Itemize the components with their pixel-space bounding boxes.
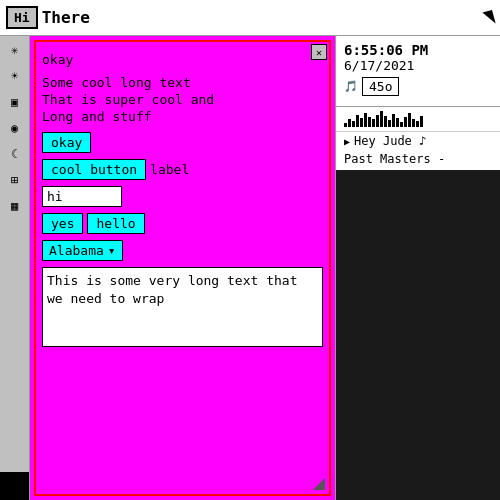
- sidebar-icon-square[interactable]: ▣: [5, 92, 25, 112]
- yes-button[interactable]: yes: [42, 213, 83, 234]
- cursor-icon: [482, 9, 495, 25]
- title-bar: Hi There: [0, 0, 500, 36]
- dialog-text-okay: okay: [42, 52, 323, 69]
- album-info: Past Masters -: [336, 150, 500, 170]
- main-layout: ✳ ☀ ▣ ◉ ☾ ⊞ ▦ ✕ okay Some cool long text…: [0, 36, 500, 500]
- waveform-bar: [352, 121, 355, 127]
- hello-button[interactable]: hello: [87, 213, 144, 234]
- waveform-bar: [412, 119, 415, 127]
- waveform-bar: [376, 115, 379, 127]
- there-label: There: [42, 8, 90, 27]
- dialog-content: okay Some cool long textThat is super co…: [42, 52, 323, 347]
- hi-label: Hi: [6, 6, 38, 29]
- cool-button-row: cool button label: [42, 159, 323, 180]
- play-icon[interactable]: ▶: [344, 136, 350, 147]
- sidebar-icon-grid[interactable]: ⊞: [5, 170, 25, 190]
- waveform-bar: [344, 123, 347, 127]
- bpm-icon: 🎵: [344, 80, 358, 93]
- waveform-bar: [360, 118, 363, 127]
- waveform-display: [336, 107, 500, 131]
- cool-button[interactable]: cool button: [42, 159, 146, 180]
- waveform-bar: [372, 119, 375, 127]
- dialog-text-long: Some cool long textThat is super cool an…: [42, 75, 323, 126]
- waveform-bar: [356, 115, 359, 127]
- waveform-bar: [388, 120, 391, 127]
- date-display: 6/17/2021: [344, 58, 492, 73]
- waveform-bar: [348, 119, 351, 127]
- dialog-close-button[interactable]: ✕: [311, 44, 327, 60]
- dropdown-value: Alabama: [49, 243, 104, 258]
- waveform-bar: [368, 117, 371, 127]
- bpm-row: 🎵 45o: [344, 77, 492, 96]
- time-display: 6:55:06 PM: [344, 42, 492, 58]
- sidebar-icon-sun[interactable]: ☀: [5, 66, 25, 86]
- alabama-dropdown[interactable]: Alabama ▾: [42, 240, 123, 261]
- right-panel: 6:55:06 PM 6/17/2021 🎵 45o ▶ Hey Jude ♪ …: [335, 36, 500, 500]
- sidebar-icon-table[interactable]: ▦: [5, 196, 25, 216]
- dialog-window: ✕ okay Some cool long textThat is super …: [34, 40, 331, 496]
- cool-button-label: label: [150, 162, 189, 177]
- wrap-textarea[interactable]: This is some very long text that we need…: [42, 267, 323, 347]
- yes-hello-row: yes hello: [42, 213, 323, 234]
- waveform-bar: [416, 121, 419, 127]
- dropdown-arrow-icon: ▾: [108, 243, 116, 258]
- sidebar-bottom-block: [0, 472, 29, 500]
- waveform-bar: [400, 122, 403, 127]
- corner-decoration: [313, 478, 325, 490]
- waveform-bar: [380, 111, 383, 127]
- waveform-bar: [420, 116, 423, 127]
- okay-button[interactable]: okay: [42, 132, 91, 153]
- sidebar-icon-asterisk[interactable]: ✳: [5, 40, 25, 60]
- bpm-value[interactable]: 45o: [362, 77, 399, 96]
- track-name: Hey Jude ♪: [354, 134, 426, 148]
- sidebar-icon-clock[interactable]: ☾: [5, 144, 25, 164]
- now-playing-row: ▶ Hey Jude ♪: [336, 131, 500, 150]
- waveform-bar: [404, 117, 407, 127]
- waveform-bar: [408, 113, 411, 127]
- right-bottom-dark: [336, 170, 500, 500]
- right-top-section: 6:55:06 PM 6/17/2021 🎵 45o: [336, 36, 500, 107]
- waveform-bar: [396, 118, 399, 127]
- hi-input[interactable]: [42, 186, 122, 207]
- waveform-bar: [364, 113, 367, 127]
- waveform-bar: [384, 116, 387, 127]
- sidebar-icon-circle[interactable]: ◉: [5, 118, 25, 138]
- center-panel: ✕ okay Some cool long textThat is super …: [30, 36, 335, 500]
- waveform-bar: [392, 114, 395, 127]
- left-sidebar: ✳ ☀ ▣ ◉ ☾ ⊞ ▦: [0, 36, 30, 500]
